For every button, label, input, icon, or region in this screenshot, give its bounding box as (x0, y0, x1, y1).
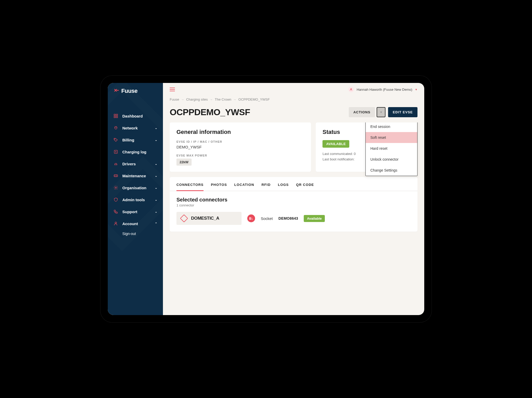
nav-label: Drivers (122, 162, 136, 166)
nav-maintenance[interactable]: Maintenance ⌄ (108, 170, 163, 182)
brand-logo[interactable]: Fuuse (108, 83, 163, 97)
chevron-down-icon: ⌄ (155, 186, 157, 190)
breadcrumb-sep-icon: → (210, 98, 213, 101)
tab-photos[interactable]: Photos (211, 183, 227, 191)
action-change-settings[interactable]: Change Settings (366, 165, 417, 176)
nav-support[interactable]: Support ⌄ (108, 206, 163, 218)
main-nav: Dashboard Network ⌄ Billing ⌄ Charging l… (108, 97, 163, 238)
nav-label: Maintenance (122, 174, 146, 178)
caret-down-icon: ▼ (415, 88, 417, 91)
card-heading: General information (176, 129, 304, 135)
brand-name: Fuuse (121, 88, 137, 94)
actions-dropdown: Start session End session Soft reset Har… (365, 122, 417, 176)
shield-icon (113, 197, 119, 202)
connector-name: DOMESTIC_A (191, 216, 219, 221)
socket-icon: B↓ (247, 214, 255, 222)
tab-connectors[interactable]: Connectors (176, 183, 204, 191)
hamburger-icon[interactable] (170, 88, 175, 91)
nav-charging-log[interactable]: Charging log (108, 146, 163, 158)
evse-id-value: DEMO_YWSF (176, 145, 304, 149)
svg-rect-6 (114, 175, 118, 177)
status-badge: Available (322, 140, 349, 148)
app-screen: Fuuse Dashboard Network ⌄ Billing ⌄ Char… (108, 83, 424, 315)
nav-organisation[interactable]: Organisation ⌄ (108, 182, 163, 194)
chevron-down-icon: ⌄ (155, 126, 157, 130)
evse-power-label: EVSE Max Power (176, 154, 304, 157)
user-name: Hannah Haworth (Fuuse New Demo) (357, 88, 412, 92)
svg-rect-2 (114, 116, 115, 118)
nav-network[interactable]: Network ⌄ (108, 122, 163, 134)
chevron-down-icon: ⌄ (155, 162, 157, 166)
connectors-count: 1 connector (176, 203, 411, 207)
actions-button[interactable]: Actions (349, 107, 375, 117)
svg-rect-1 (116, 114, 118, 115)
edit-evse-button[interactable]: Edit EVSE (388, 107, 417, 117)
main-content: Hannah Haworth (Fuuse New Demo) ▼ Fuuse … (163, 83, 424, 315)
breadcrumb-link[interactable]: The Crown (215, 97, 231, 101)
nav-label: Network (122, 126, 138, 130)
connector-status-badge: Available (304, 215, 325, 222)
chevron-down-icon: ⌄ (155, 210, 157, 213)
breadcrumb-link[interactable]: Charging sites (186, 97, 208, 101)
action-hard-reset[interactable]: Hard reset (366, 143, 417, 154)
actions-caret-button[interactable]: ▼ (377, 107, 385, 117)
tabs-card: Connectors Photos Location RFID Logs QR … (170, 177, 417, 232)
tab-qr-code[interactable]: QR Code (296, 183, 314, 191)
svg-point-9 (351, 88, 352, 89)
breadcrumb-sep-icon: → (233, 98, 236, 101)
evse-id-label: EVSE ID / IP / MAC / Other (176, 140, 304, 143)
nav-label: Account (122, 221, 138, 226)
nav-label: Organisation (122, 186, 147, 190)
user-icon (113, 221, 119, 226)
connector-type-icon (180, 214, 188, 222)
nav-billing[interactable]: Billing ⌄ (108, 134, 163, 146)
general-info-card: General information EVSE ID / IP / MAC /… (170, 122, 311, 172)
nav-dashboard[interactable]: Dashboard (108, 110, 163, 122)
nav-label: Admin tools (122, 198, 145, 202)
log-icon (113, 149, 119, 154)
action-soft-reset[interactable]: Soft reset (366, 132, 417, 143)
nav-admin-tools[interactable]: Admin tools ⌄ (108, 194, 163, 206)
tab-rfid[interactable]: RFID (262, 183, 271, 191)
page-title: OCPPDEMO_YWSF (170, 107, 250, 117)
titlebar: OCPPDEMO_YWSF Actions ▼ Edit EVSE (163, 103, 424, 122)
connector-chip[interactable]: DOMESTIC_A (176, 212, 242, 225)
breadcrumb-sep-icon: → (181, 98, 184, 101)
svg-rect-3 (116, 116, 118, 118)
topbar: Hannah Haworth (Fuuse New Demo) ▼ (163, 83, 424, 94)
nav-account[interactable]: Account ⌃ (108, 218, 163, 230)
connector-row: DOMESTIC_A B↓ Socket DEMO8643 Available (176, 212, 411, 225)
action-unlock-connector[interactable]: Unlock connector (366, 154, 417, 165)
tab-panel-connectors: Selected connectors 1 connector DOMESTIC… (170, 191, 417, 232)
connector-id: DEMO8643 (278, 216, 298, 220)
dashboard-icon (113, 114, 119, 118)
gear-icon (113, 185, 119, 190)
breadcrumb-link[interactable]: Fuuse (170, 97, 179, 101)
action-end-session[interactable]: End session (366, 122, 417, 132)
nav-signout[interactable]: Sign-out (108, 230, 163, 238)
nav-label: Support (122, 210, 137, 214)
evse-power-value: 22kW (176, 159, 192, 166)
nav-label: Billing (122, 138, 134, 142)
svg-point-4 (115, 139, 115, 139)
tab-location[interactable]: Location (234, 183, 254, 191)
tab-logs[interactable]: Logs (278, 183, 289, 191)
plug-icon (113, 126, 119, 130)
user-menu[interactable]: Hannah Haworth (Fuuse New Demo) ▼ (348, 87, 417, 92)
logo-icon (113, 88, 119, 94)
breadcrumb-current: OCPPDEMO_YWSF (238, 97, 270, 101)
chevron-down-icon: ⌄ (155, 138, 157, 142)
avatar-icon (348, 87, 354, 92)
nav-drivers[interactable]: Drivers ⌄ (108, 158, 163, 170)
nav-label: Charging log (122, 150, 147, 154)
connector-type: Socket (261, 216, 273, 221)
tab-bar: Connectors Photos Location RFID Logs QR … (170, 177, 417, 191)
tag-icon (113, 138, 119, 142)
phone-icon (113, 209, 119, 214)
svg-rect-0 (114, 114, 115, 115)
breadcrumb: Fuuse → Charging sites → The Crown → OCP… (163, 94, 424, 103)
svg-point-8 (115, 222, 117, 224)
chevron-down-icon: ⌄ (155, 174, 157, 178)
chevron-down-icon: ⌄ (155, 198, 157, 201)
ticket-icon (113, 173, 119, 178)
